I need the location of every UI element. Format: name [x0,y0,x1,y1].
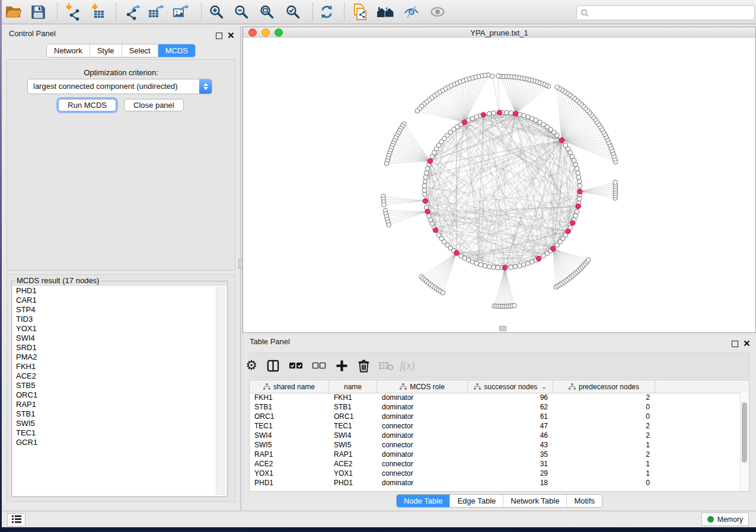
table-settings-button[interactable]: ⚙ [243,357,260,374]
network-window-title: YPA_prune.txt_1 [243,28,755,37]
save-session-button[interactable] [29,3,47,21]
cell-predecessor_nodes: 1 [553,469,655,477]
mcds-result-item[interactable]: PMA2 [12,352,227,362]
cell-mcds_role: dominator [377,393,468,402]
import-network-button[interactable] [63,3,81,21]
run-mcds-button[interactable]: Run MCDS [58,99,116,111]
table-row[interactable]: TEC1TEC1connector472 [250,421,741,431]
hierarchy-icon [569,383,576,390]
close-panel-button[interactable]: Close panel [124,99,184,111]
table-row[interactable]: FKH1FKH1dominator962 [250,393,741,402]
mcds-result-item[interactable]: RAP1 [12,400,227,409]
table-row[interactable]: ACE2ACE2connector311 [250,459,741,469]
tab-style[interactable]: Style [90,44,122,57]
mcds-result-item[interactable]: CAR1 [12,296,227,305]
column-header-name[interactable]: name [329,380,377,393]
tab-select[interactable]: Select [122,44,158,57]
network-window: YPA_prune.txt_1 [243,27,756,333]
tab-motifs[interactable]: Motifs [566,495,602,507]
split-pane-handle[interactable] [499,326,506,331]
show-columns-button[interactable] [264,357,282,374]
mcds-result-item[interactable]: FKH1 [12,362,227,371]
column-header-successor-nodes[interactable]: successor nodes⌄ [468,380,553,393]
cell-successor_nodes: 29 [468,469,553,477]
table-scrollbar-thumb[interactable] [742,402,747,463]
tab-mcds[interactable]: MCDS [158,44,195,57]
home-button[interactable] [377,3,394,21]
zoom-fit-button[interactable] [258,3,276,21]
mcds-result-item[interactable]: SRD1 [12,343,227,352]
tab-edge-table[interactable]: Edge Table [449,495,503,507]
table-row[interactable]: STB1STB1dominator620 [250,402,741,412]
hide-panel-button[interactable] [403,3,420,21]
column-header-predecessor-nodes[interactable]: predecessor nodes [553,380,655,393]
toolbar-separator [312,3,313,21]
tab-node-table[interactable]: Node Table [397,495,450,507]
mcds-result-item[interactable]: STB5 [12,381,227,390]
show-panel-button [429,3,446,21]
table-row[interactable]: SWI5SWI5connector431 [250,440,741,450]
cell-name: SWI4 [329,431,377,440]
zoom-in-button[interactable] [208,3,225,21]
add-row-button[interactable] [333,357,350,374]
export-network-button[interactable] [124,3,142,21]
table-row[interactable]: SWI4SWI4dominator462 [250,431,741,440]
search-input[interactable] [589,8,754,18]
table-header-row: shared namenameMCDS rolesuccessor nodes⌄… [250,380,749,393]
tab-network-table[interactable]: Network Table [503,495,566,507]
cell-mcds_role: dominator [377,431,468,440]
export-table-button[interactable] [148,3,165,21]
unselect-all-rows-button[interactable] [310,357,328,374]
refresh-button[interactable] [318,3,336,21]
close-panel-icon[interactable] [228,30,234,41]
cell-successor_nodes: 96 [468,393,553,402]
mcds-result-item[interactable]: PHD1 [12,286,227,296]
cell-name: FKH1 [329,393,377,402]
mcds-result-item[interactable]: TEC1 [12,428,227,438]
import-table-button[interactable] [90,3,107,21]
cell-shared_name: TEC1 [250,422,329,430]
zoom-out-button[interactable] [232,3,250,21]
memory-button[interactable]: Memory [701,512,749,526]
cell-predecessor_nodes: 2 [553,450,655,459]
cell-name: SWI5 [329,441,377,449]
network-from-document-button[interactable] [351,3,369,21]
table-row[interactable]: RAP1RAP1dominator352 [250,450,741,459]
table-row[interactable]: ORC1ORC1dominator610 [250,412,741,421]
cell-mcds_role: connector [377,422,468,430]
table-scrollbar[interactable] [740,393,749,491]
task-history-button[interactable] [7,513,25,527]
column-header-MCDS-role[interactable]: MCDS role [377,380,468,393]
mcds-result-item[interactable]: SWI4 [12,334,227,343]
cell-name: ORC1 [329,412,377,421]
mcds-result-item[interactable]: STB1 [12,409,227,419]
mcds-result-item[interactable]: STP4 [12,305,227,315]
cell-successor_nodes: 61 [468,412,553,421]
mcds-result-item[interactable]: YOX1 [12,324,227,334]
network-canvas[interactable] [243,38,755,332]
table-row[interactable]: PHD1PHD1dominator180 [250,478,741,488]
delete-row-button[interactable] [355,357,372,374]
float-panel-icon[interactable] [216,33,222,39]
mcds-result-item[interactable]: TID3 [12,315,227,324]
mcds-result-item[interactable]: ACE2 [12,371,227,381]
columns-icon [266,359,280,373]
delete-table-icon [378,360,394,371]
control-panel-tabs: NetworkStyleSelectMCDS [46,44,196,57]
mcds-result-item[interactable]: ORC1 [12,390,227,400]
column-header-shared-name[interactable]: shared name [250,380,329,393]
float-table-panel-icon[interactable] [732,341,738,347]
optimization-criterion-select[interactable]: largest connected component (undirected) [27,79,212,94]
result-list-scrollbar[interactable] [216,287,225,495]
close-table-panel-icon[interactable] [744,338,750,349]
zoom-selected-button[interactable] [284,3,302,21]
mcds-result-item[interactable]: SWI5 [12,419,227,428]
export-image-button[interactable] [173,3,190,21]
mcds-result-item[interactable]: GCR1 [12,438,227,447]
tab-network[interactable]: Network [47,44,90,57]
search-icon [580,9,589,17]
open-file-button[interactable] [4,3,22,21]
select-all-rows-button[interactable] [287,357,305,374]
cell-shared_name: SWI5 [250,441,329,449]
table-row[interactable]: YOX1YOX1connector291 [250,469,741,478]
